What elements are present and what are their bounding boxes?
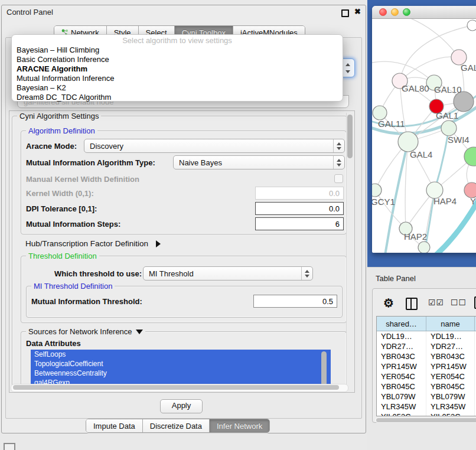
bottom-tab-label: Impute Data (93, 422, 135, 431)
sources-title-text: Sources for Network Inference (28, 327, 132, 336)
mi-steps-input[interactable] (255, 217, 344, 230)
table-cell: YDL19… (426, 331, 475, 341)
cyni-algorithm-settings-group: Cyni Algorithm Settings Algorithm Defini… (12, 116, 347, 387)
panel-title: Control Panel (6, 8, 53, 17)
aracne-mode-select[interactable]: Discovery (84, 139, 345, 153)
table-row[interactable]: YIL053CYIL053C9 (377, 412, 476, 416)
kernel-width-input[interactable] (255, 187, 344, 200)
bottom-tab-impute-data[interactable]: Impute Data (86, 419, 143, 432)
table-row[interactable]: YPR145WYPR145W9. (377, 361, 476, 371)
which-threshold-label: Which threshold to use: (54, 269, 142, 278)
network-node[interactable] (398, 132, 418, 152)
bottom-tab-label: Infer Network (217, 422, 262, 431)
dropdown-item-mutual-information-inference[interactable]: Mutual Information Inference (12, 74, 343, 83)
scrollbar-thumb[interactable] (13, 385, 339, 390)
node-label: GAL (461, 63, 476, 73)
network-node[interactable] (454, 92, 474, 112)
panel-corner-icon[interactable] (4, 443, 15, 450)
table-panel-toolbar: ⚙ ☑☑ ☐☐ (373, 294, 476, 314)
which-threshold-select[interactable]: MI Threshold (143, 266, 313, 281)
spinner-down-icon (345, 70, 350, 73)
group-title: Cyni Algorithm Settings (17, 112, 101, 120)
attribute-item-selfloops[interactable]: SelfLoops (31, 350, 331, 359)
algorithm-dropdown-popup: Select algorithm to view settings Bayesi… (11, 34, 343, 102)
node-label: GAL1 (436, 110, 458, 120)
bottom-tab-infer-network[interactable]: Infer Network (210, 419, 269, 432)
dropdown-items: Bayesian – Hill ClimbingBasic Correlatio… (12, 45, 343, 102)
table-cell: YBR043C (426, 351, 475, 361)
table-cell: YBR045C (377, 381, 426, 392)
table-row[interactable]: YDL19…YDL19…13 (377, 331, 476, 341)
hub-definition-toggle[interactable]: Hub/Transcription Factor Definition (25, 238, 161, 249)
mi-type-label: Mutual Information Algorithm Type: (26, 158, 155, 167)
node-label: GAL80 (402, 83, 429, 93)
close-icon[interactable]: ✖ (354, 7, 361, 16)
table-row[interactable]: YBR043CYBR043C (377, 351, 476, 361)
dropdown-item-aracne-algorithm[interactable]: ARACNE Algorithm (12, 64, 343, 74)
float-window-icon[interactable] (341, 9, 349, 17)
minimize-traffic-button[interactable] (391, 8, 399, 16)
unchecked-boxes-icon[interactable]: ☐☐ (451, 298, 467, 307)
node-label: SWI4 (448, 135, 470, 145)
network-canvas[interactable]: GALGAL80GAL10GAL1GAL11SWI4GAL4GCY1HAP4YH… (372, 19, 476, 253)
mi-steps-label: Mutual Information Steps: (26, 220, 120, 229)
node-label: GAL10 (434, 84, 462, 94)
network-node[interactable] (418, 242, 430, 253)
kernel-width-label: Kernel Width (0,1): (26, 189, 94, 198)
dropdown-item-dream8-dc-tdc-algorithm[interactable]: Dream8 DC_TDC Algorithm (12, 93, 343, 102)
group-title: Algorithm Definition (26, 126, 97, 135)
table-row[interactable]: YER054CYER054C8. (377, 371, 476, 381)
table-cell: YLR345W (377, 402, 426, 412)
table-row[interactable]: YLR345WYLR345W9. (377, 402, 476, 412)
network-node[interactable] (467, 20, 476, 31)
table-row[interactable]: YBR045CYBR045C9. (377, 381, 476, 392)
cyni-settings-panel: Cyni Algorithm Settings Algorithm Defini… (9, 110, 355, 393)
column-header-shared[interactable]: shared… (377, 317, 426, 331)
dropdown-item-bayesian-hill-climbing[interactable]: Bayesian – Hill Climbing (12, 45, 343, 55)
table-cell: YBL079W (426, 392, 475, 402)
scrollbar-thumb[interactable] (347, 115, 353, 158)
table-cell: YBR043C (377, 351, 426, 361)
dpi-tolerance-input[interactable] (255, 202, 344, 215)
column-header-name[interactable]: name (426, 317, 475, 331)
settings-vertical-scrollbar (346, 113, 354, 389)
table-cell: YDR27… (426, 341, 475, 351)
table-cell: YER054C (377, 371, 426, 381)
network-node[interactable] (372, 184, 382, 197)
table-row[interactable]: YDR27…YDR27…12 (377, 341, 476, 351)
dropdown-item-basic-correlation-inference[interactable]: Basic Correlation Inference (12, 55, 343, 64)
table-cell: YIL053C (426, 412, 475, 416)
checked-boxes-icon[interactable]: ☑☑ (428, 298, 444, 307)
manual-kernel-checkbox[interactable] (334, 174, 343, 183)
gear-icon[interactable]: ⚙ (383, 296, 394, 310)
network-node[interactable] (373, 106, 387, 120)
scrollbar-thumb[interactable] (376, 418, 476, 422)
dropdown-item-bayesian-k2[interactable]: Bayesian – K2 (12, 83, 343, 93)
which-threshold-value: MI Threshold (144, 269, 301, 278)
mi-threshold-input[interactable] (253, 295, 337, 308)
zoom-traffic-button[interactable] (403, 8, 410, 16)
table-header: shared…name (377, 317, 476, 331)
table-cell: YER054C (426, 371, 475, 381)
node-label: HAP4 (433, 196, 457, 206)
node-label: Y (470, 196, 476, 206)
data-attributes-label: Data Attributes (26, 339, 81, 348)
attribute-item-betweennesscentrality[interactable]: BetweennessCentrality (31, 369, 331, 378)
network-node[interactable] (441, 120, 457, 136)
sources-group-title[interactable]: Sources for Network Inference (26, 327, 145, 336)
group-title: MI Threshold Definition (31, 282, 115, 291)
apply-button[interactable]: Apply (160, 399, 203, 413)
close-traffic-button[interactable] (379, 8, 387, 16)
list-scrollbar-thumb[interactable] (321, 351, 327, 387)
mi-algorithm-type-select[interactable]: Naive Bayes (173, 155, 345, 169)
table-row[interactable]: YBL079WYBL079W (377, 392, 476, 402)
control-panel-titlebar: Control Panel ✖ (2, 5, 366, 19)
node-label: GCY1 (372, 197, 395, 207)
bottom-tab-discretize-data[interactable]: Discretize Data (143, 419, 210, 432)
expand-arrow-icon (156, 240, 161, 247)
network-window-titlebar (372, 6, 476, 19)
columns-icon[interactable] (406, 298, 418, 310)
table-cell: YIL053C (377, 412, 426, 416)
attribute-item-topologicalcoefficient[interactable]: TopologicalCoefficient (31, 359, 331, 369)
table-panel-title: Table Panel (376, 274, 416, 283)
